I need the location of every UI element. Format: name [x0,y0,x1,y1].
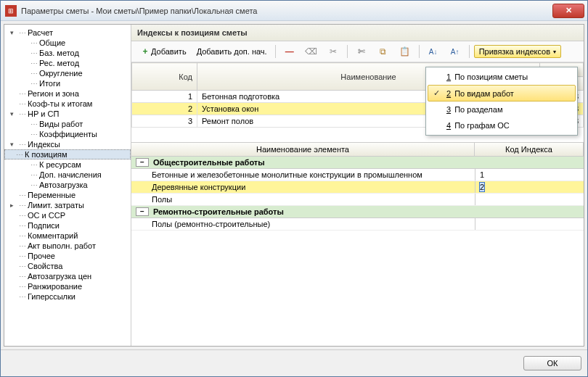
list-item[interactable]: Полы [131,194,584,206]
tree-item[interactable]: ⋯Коэффициенты [4,129,131,139]
element-name: Полы [131,194,475,205]
scissors-icon: ✄ [356,46,367,57]
add-button[interactable]: + Добавить [136,44,190,59]
tree-item[interactable]: ⋯Гиперссылки [4,291,131,302]
collapse-icon[interactable]: − [136,158,149,167]
titlebar: ⊞ Параметры сметы - Мои сметы\Пример пап… [1,1,587,21]
tree-item[interactable]: ⋯К позициям [4,149,131,160]
add-extra-label: Добавить доп. нач. [197,47,267,56]
tree-item[interactable]: ⋯Автозагрузка цен [4,271,131,281]
tree-item[interactable]: ⋯Свойства [4,261,131,271]
tree-item[interactable]: ⋯Переменные [4,190,131,200]
chevron-down-icon: ▾ [553,49,556,55]
tree-item[interactable]: ⋯Баз. метод [4,48,131,58]
list-item[interactable]: Бетонные и железобетонные монолитные кон… [131,169,584,181]
erase-button[interactable]: ⌫ [302,44,321,59]
group-title: Общестроительные работы [153,158,265,167]
group-row[interactable]: −Ремонтно-строительные работы [131,206,584,218]
tree-label: Доп. начисления [39,170,102,179]
minus-icon: — [284,46,295,57]
sort-asc-button[interactable]: A↓ [424,44,443,59]
close-button[interactable]: ✕ [552,4,584,18]
tree-item[interactable]: ⋯Округление [4,68,131,78]
tree-item[interactable]: ⋯Доп. начисления [4,170,131,180]
elements-grid[interactable]: −Общестроительные работыБетонные и желез… [131,157,584,346]
collapse-icon[interactable]: − [136,207,149,216]
index-code-input[interactable]: 2 [480,183,484,191]
sort-asc-icon: A↓ [428,46,439,57]
list-item[interactable]: Полы (ремонтно-строительные) [131,218,584,231]
add-label: Добавить [151,47,187,56]
tree-label: Баз. метод [39,49,79,57]
tree-item[interactable]: ⋯Коэф-ты к итогам [4,99,131,109]
tree-label: Лимит. затраты [28,201,84,210]
copy-button[interactable]: ⧉ [374,44,393,59]
element-code[interactable]: 1 [475,169,584,181]
remove-button[interactable]: — [280,44,299,59]
sidebar-tree[interactable]: ▾⋯Расчет⋯Общие⋯Баз. метод⋯Рес. метод⋯Окр… [4,25,131,346]
add-extra-button[interactable]: Добавить доп. нач. [193,45,271,58]
separator [347,45,348,58]
element-name: Полы (ремонтно-строительные) [131,218,475,230]
tree-label: Акт выполн. работ [28,241,96,250]
element-code[interactable] [475,218,584,230]
tree-label: Переменные [28,191,75,199]
sort-desc-button[interactable]: A↑ [446,44,465,59]
toolbar: + Добавить Добавить доп. нач. — ⌫ ✂ ✄ ⧉ … [131,41,584,62]
element-name: Бетонные и железобетонные монолитные кон… [131,169,475,181]
cut-button[interactable]: ✄ [352,44,371,59]
tree-item[interactable]: ⋯Комментарий [4,231,131,241]
tree-item[interactable]: ⋯Регион и зона [4,88,131,99]
tree-label: Коэф-ты к итогам [28,99,92,108]
separator [469,45,470,58]
elements-grid-header: Наименование элемента Код Индекса [131,143,584,157]
tree-label: Ранжирование [28,282,82,291]
menu-item[interactable]: 1 По позициям сметы [428,69,576,85]
col-index-code[interactable]: Код Индекса [475,143,584,156]
app-icon: ⊞ [5,5,17,17]
tree-item[interactable]: ⋯Рес. метод [4,58,131,68]
tree-item[interactable]: ⋯Ранжирование [4,281,131,291]
tree-label: К позициям [25,150,68,159]
list-item[interactable]: Деревянные конструкции2 [131,181,584,194]
paste-button[interactable]: 📋 [396,44,415,59]
element-code[interactable] [475,194,584,205]
tree-label: Подписи [28,221,60,230]
paste-icon: 📋 [399,46,411,57]
menu-item[interactable]: 3 По разделам [428,102,576,117]
element-code[interactable]: 2 [475,181,584,193]
col-code[interactable]: Код [132,63,197,91]
separator [419,45,420,58]
tree-label: Автозагрузка [39,181,88,189]
tree-item[interactable]: ⋯Подписи [4,220,131,231]
tree-label: Округление [39,69,83,78]
tree-item[interactable]: ⋯Общие [4,38,131,48]
binding-menu[interactable]: 1 По позициям сметы✓2 По видам работ3 По… [425,67,578,136]
ok-button[interactable]: ОК [523,356,581,370]
break-button[interactable]: ✂ [324,44,343,59]
tree-item[interactable]: ⋯Итоги [4,78,131,88]
col-element-name[interactable]: Наименование элемента [131,143,475,156]
tree-item[interactable]: ⋯Автозагрузка [4,180,131,190]
tree-label: Общие [39,38,65,47]
menu-item[interactable]: 4 По графам ОС [428,117,576,133]
break-icon: ✂ [327,46,339,57]
tree-item[interactable]: ▾⋯НР и СП [4,109,131,119]
tree-item[interactable]: ▸⋯Лимит. затраты [4,200,131,210]
tree-label: ОС и ССР [28,211,65,220]
tree-item[interactable]: ⋯Виды работ [4,119,131,129]
tree-item[interactable]: ⋯Прочее [4,251,131,261]
group-row[interactable]: −Общестроительные работы [131,157,584,169]
tree-item[interactable]: ⋯К ресурсам [4,160,131,170]
menu-item[interactable]: ✓2 По видам работ [428,85,576,102]
tree-item[interactable]: ⋯Акт выполн. работ [4,241,131,251]
binding-dropdown[interactable]: Привязка индексов ▾ [474,45,561,58]
group-title: Ремонтно-строительные работы [153,207,284,216]
tree-label: Виды работ [39,120,83,128]
tree-item[interactable]: ▾⋯Индексы [4,139,131,149]
tree-item[interactable]: ⋯ОС и ССР [4,210,131,220]
eraser-icon: ⌫ [306,46,317,57]
sort-desc-icon: A↑ [449,46,461,57]
tree-item[interactable]: ▾⋯Расчет [4,28,131,38]
tree-label: Свойства [28,262,62,270]
